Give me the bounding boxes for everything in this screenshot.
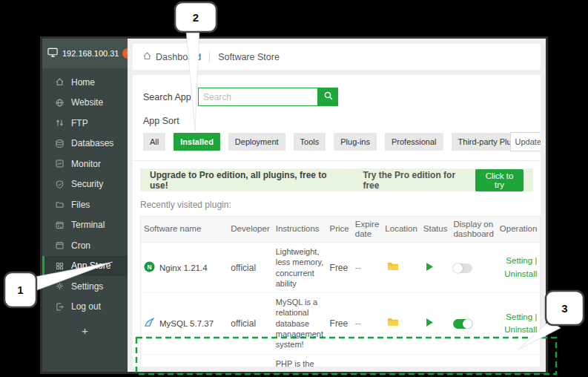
open-location-icon[interactable] [387,263,399,273]
col-operation: Operation [497,217,541,243]
sidebar-item-app-store[interactable]: App Store [42,256,128,277]
uninstall-link[interactable]: Uninstall [504,269,537,278]
sidebar: 192.168.100.31 0 Home Website FTP Databa… [42,39,128,372]
sidebar-item-settings[interactable]: Settings [42,276,128,297]
banner-headline: Upgrade to Pro edition, all plugins, fre… [150,170,337,191]
sort-tab-deployment[interactable]: Deployment [228,133,285,151]
dashboard-toggle[interactable] [453,319,472,329]
chart-icon [55,159,65,168]
callout-3-box [546,291,584,325]
home-icon [142,51,152,63]
section-divider [133,160,541,161]
search-row: Search App [143,88,533,106]
col-location: Location [382,217,420,243]
callout-1-label: 1 [17,283,23,296]
sort-tab-installed[interactable]: Installed [174,133,220,151]
terminal-icon [55,220,65,230]
col-price: Price [327,217,352,243]
sort-tab-all[interactable]: All [143,133,165,151]
sidebar-item-databases[interactable]: Databases [42,134,128,154]
server-ip: 192.168.100.31 [62,49,119,58]
table-row-nginx: NNginx 1.21.4 official Lightweight, less… [141,243,541,293]
sidebar-add-button[interactable]: + [42,320,128,341]
sidebar-item-cron[interactable]: Cron [42,235,128,256]
update-app-list-button[interactable]: Update App List [510,132,541,151]
col-software-name: Software name [141,217,228,243]
server-monitor-icon [47,47,59,60]
dashboard-toggle[interactable] [453,263,472,273]
table-row-mysql: MySQL 5.7.37 official MySQL is a relatio… [141,293,541,354]
breadcrumb-software-store[interactable]: Software Store [218,52,280,62]
recently-visited-label: Recently visited plugin: [140,200,533,210]
search-icon [323,91,334,103]
sort-tab-professional[interactable]: Professional [385,133,443,151]
status-running-icon[interactable] [426,263,434,273]
logout-icon [55,302,65,312]
breadcrumb-divider [209,51,210,62]
table-row-php: phpPHP-7.4 official PHP is the best prog… [141,354,541,367]
uninstall-link[interactable]: Uninstall [504,325,537,334]
callout-2-box [175,2,217,32]
sidebar-item-logout[interactable]: Log out [42,297,128,318]
callout-1-box [4,272,36,307]
status-running-icon[interactable] [426,318,434,329]
col-status: Status [420,217,451,243]
callout-2-label: 2 [193,11,199,24]
sidebar-item-ftp[interactable]: FTP [42,113,128,134]
sidebar-item-security[interactable]: Security [42,174,128,195]
search-button[interactable] [318,88,338,106]
app-sort-label: App Sort [143,116,533,126]
home-icon [55,77,65,87]
main-area: Dashboard Software Store Search App App … [128,39,546,372]
col-instructions: Instructions [273,217,327,243]
sidebar-item-terminal[interactable]: Terminal [42,215,128,236]
gear-icon [55,281,65,291]
nginx-icon: N [144,261,155,274]
shield-icon [55,180,65,189]
setting-link[interactable]: Setting | [506,312,537,321]
sidebar-item-website[interactable]: Website [42,93,128,114]
sidebar-header: 192.168.100.31 0 [42,39,128,68]
software-store-card: Search App App Sort All Installed Deploy… [133,75,541,367]
callout-3-label: 3 [561,302,567,315]
sidebar-item-monitor[interactable]: Monitor [42,154,128,174]
open-location-icon[interactable] [387,318,399,329]
setting-link[interactable]: Setting | [506,256,537,265]
transfer-arrows-icon [55,118,65,128]
calendar-icon [55,240,65,250]
breadcrumb: Dashboard Software Store [133,44,541,70]
col-display-on-dashboard: Display on dashboard [450,217,496,243]
table-header-row: Software name Developer Instructions Pri… [141,217,541,243]
installed-apps-table: Software name Developer Instructions Pri… [140,216,541,367]
sort-tab-tools[interactable]: Tools [294,133,326,151]
globe-icon [55,98,65,108]
search-input[interactable] [198,88,318,106]
sort-tab-plugins[interactable]: Plug-ins [334,133,377,151]
database-icon [55,139,65,148]
svg-text:N: N [147,263,151,271]
pro-upgrade-banner: Upgrade to Pro edition, all plugins, fre… [140,168,533,191]
app-grid-icon [55,261,65,271]
banner-subtext: Try the Pro edition for free [363,170,469,191]
search-label: Search App [143,92,198,102]
mysql-icon [144,317,155,330]
col-expire-date: Expire date [352,217,383,243]
breadcrumb-dashboard[interactable]: Dashboard [142,51,201,63]
sidebar-item-files[interactable]: Files [42,194,128,215]
click-to-try-button[interactable]: Click to try [475,169,523,191]
sidebar-item-home[interactable]: Home [42,72,128,93]
folder-icon [55,200,65,209]
sidebar-menu: Home Website FTP Databases Monitor Secur… [42,68,128,341]
col-developer: Developer [228,217,272,243]
app-sort-row: All Installed Deployment Tools Plug-ins … [143,132,533,151]
app-window: 192.168.100.31 0 Home Website FTP Databa… [42,39,546,372]
